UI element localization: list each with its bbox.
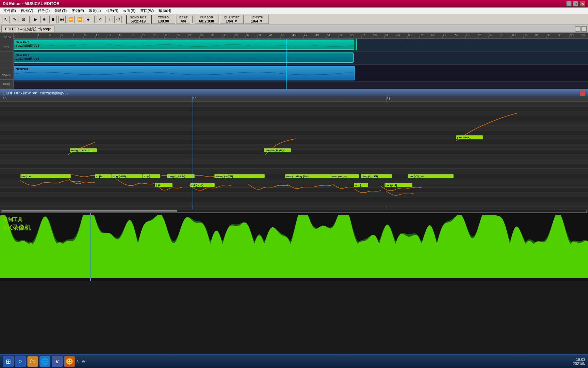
menu-lyrics[interactable]: 歌词(L) [87,8,103,14]
stop-button[interactable]: ■ [40,16,48,23]
piano-roll-header: L EDITOR - NewPart [YuezhenglingV3] — [0,89,588,96]
svg-text:51: 51 [327,33,330,37]
svg-text:27: 27 [188,33,192,37]
svg-text:49: 49 [315,33,319,37]
menu-window[interactable]: 窗口(W) [138,8,156,14]
track-block-2[interactable]: New PartLuezhenglingV3 [14,52,354,63]
taskbar-time-display: 19:02 [573,357,585,362]
note-jian[interactable]: jian {te\iE_ [456,135,483,139]
taskbar-clock: 19:02 2021/9/ [573,357,585,366]
close-button[interactable]: ✕ [580,1,585,6]
loop-button[interactable]: ↺ [97,16,104,23]
minimize-button[interactable]: — [566,1,572,6]
waveform-sublabel: KK录像机 [3,224,31,232]
pencil-tool-button[interactable]: ✎ [11,16,18,23]
time-sig-button[interactable]: 4/4 [114,16,122,23]
play-button[interactable]: ▶ [32,16,39,23]
scrollbar-track[interactable] [1,210,587,213]
piano-roll-scrollbar[interactable] [0,209,588,213]
tracks-content: New PartYuezhenglingV3 New PartLuezhengl… [14,39,588,89]
note-que[interactable]: que {te\_h yE_r} [264,148,291,152]
file-tab[interactable]: EDITOR – 江湖觉知情.vsqx [1,26,54,32]
scrollbar-thumb[interactable] [2,210,177,212]
note-ren-z[interactable]: ren {z'@_n} [408,174,454,178]
toolbar-separator-4 [192,16,193,23]
track-label-2 [0,51,13,61]
emoji-button[interactable]: 😊 [64,356,75,367]
note-bai[interactable]: bai {p al} [385,183,412,187]
length-display[interactable]: LENGTH 1/64 ▼ [245,15,269,24]
quantize-display[interactable]: QUANTIZE 1/64 ▼ [220,15,244,24]
browser-button[interactable]: 🌐 [39,356,50,367]
lang-indicator[interactable]: 英 [82,359,85,364]
menu-task[interactable]: 任务(J) [36,8,52,14]
fast-forward-button[interactable]: ⏩ [76,16,83,23]
select-tool-button[interactable]: ⊡ [20,16,27,23]
menu-sequence[interactable]: 序列(P) [69,8,86,14]
note-ji[interactable]: ji {t... [155,183,173,187]
files-button[interactable]: 🗁 [27,356,38,367]
app-title: D4 Editor - MUSICAL EDITOR [3,1,60,6]
end-button[interactable]: ⏭ [85,16,92,23]
svg-text:95: 95 [582,33,585,37]
svg-text:87: 87 [535,33,539,37]
toolbar-separator-3 [124,16,124,23]
tab-maximize-button[interactable]: □ [581,26,587,32]
song-pos-display: SONG POS 59:2:419 [126,15,150,24]
tab-minimize-button[interactable]: — [575,26,581,32]
note-rows-bg [0,102,588,209]
note-ren-dot[interactable]: ren {... [354,183,368,187]
svg-text:85: 85 [524,33,527,37]
record-button[interactable]: ⏺ [49,16,57,23]
track-label-reo: REO) [0,80,13,89]
menu-view[interactable]: 视图(V) [19,8,35,14]
search-button[interactable]: ○ [15,356,26,367]
note-tong[interactable]: tong {t_h UN} [167,174,195,178]
track-block-1[interactable]: New PartYuezhenglingV3 [14,40,354,50]
svg-text:5: 5 [61,33,63,37]
toolbar-separator-1 [29,16,30,23]
note-zai[interactable]: zai {ts at} [190,183,215,187]
note-z[interactable]: z ..{-} [143,174,160,178]
track-labels: 100.00 d(ff) MONO) REO) [0,33,14,89]
note-wen-ding[interactable]: wen {... ding {tiN} [285,174,331,178]
note-ci[interactable]: ci {ts [95,174,111,178]
note-xing[interactable]: xing {s\iN} [111,174,143,178]
svg-text:25: 25 [177,33,180,37]
svg-text:33: 33 [223,33,226,37]
svg-text:71: 71 [443,33,446,37]
menu-settings[interactable]: 设置(S) [121,8,138,14]
start-button[interactable]: ⊞ [3,356,14,367]
fast-back-button[interactable]: ⏪ [67,16,75,23]
svg-text:-3: -3 [15,33,17,37]
svg-text:1: 1 [38,33,39,37]
rewind-back-button[interactable]: ⏮ [58,16,66,23]
metronome-button[interactable]: ♩ [105,16,113,23]
menu-playback[interactable]: 回放(R) [103,8,120,14]
system-tray-arrow[interactable]: ∧ [76,359,79,364]
note-bu[interactable]: bu {p u [20,174,71,178]
svg-text:31: 31 [211,33,215,37]
maximize-button[interactable]: □ [573,1,578,6]
svg-text:13: 13 [107,33,111,37]
taskbar-indicators: ∧ 英 [76,359,85,364]
track-block-3[interactable]: NewPart [14,66,355,80]
piano-roll-grid[interactable]: // Drawn via JS [0,96,588,209]
svg-text:79: 79 [489,33,492,37]
title-bar-controls: — □ ✕ [566,1,585,6]
svg-text:19: 19 [142,33,145,37]
menu-file[interactable]: 文件(E) [1,8,18,14]
note-sheng[interactable]: sheng {s'@N} [214,174,265,178]
piano-roll-title: L EDITOR - NewPart [YuezhenglingV3] [3,91,68,95]
vocaloid-button[interactable]: V [52,356,63,367]
note-wang[interactable]: wang {u AU U... [70,148,97,152]
menu-help[interactable]: 帮助(H) [157,8,173,14]
svg-text:-1: -1 [26,33,29,37]
menu-track[interactable]: 音轨(T) [52,8,69,14]
pointer-tool-button[interactable]: ↖ [2,16,10,23]
note-qing[interactable]: qing {t_h iN} [361,174,392,178]
svg-text:75: 75 [466,33,469,37]
note-wan[interactable]: wan {ua_n} [331,174,359,178]
taskbar: ⊞ ○ 🗁 🌐 V 😊 ∧ 英 19:02 2021/9/ [0,354,588,368]
piano-roll-close-button[interactable]: — [580,90,585,96]
